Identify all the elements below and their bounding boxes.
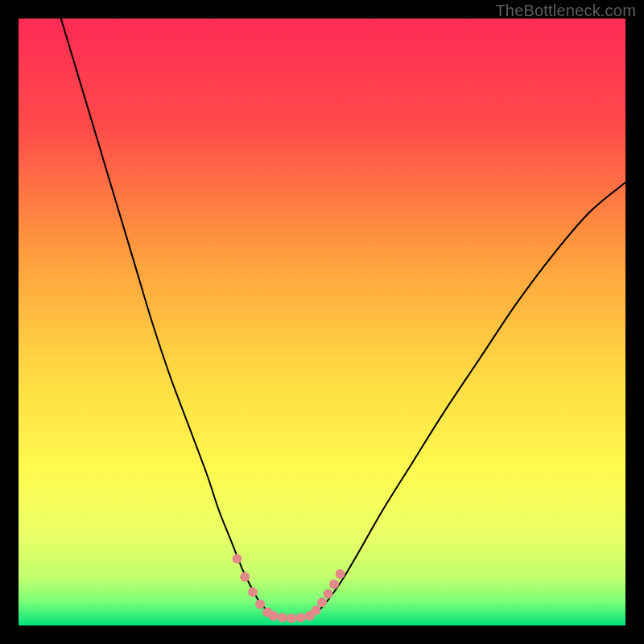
highlight-right-marker [329,580,339,589]
chart-frame: TheBottleneck.com [0,0,644,644]
chart-svg [19,19,625,625]
highlight-right-marker [311,605,320,615]
highlight-right-marker [324,589,333,599]
highlight-left-marker [248,588,258,597]
highlight-right-marker [336,569,345,579]
highlight-floor-marker [287,613,296,623]
highlight-floor-marker [278,613,287,622]
highlight-floor-marker [269,611,279,621]
plot-area [19,19,625,625]
highlight-left-marker [232,554,242,564]
highlight-left-marker [240,572,250,582]
highlight-floor-marker [296,613,306,622]
gradient-background [19,19,625,625]
watermark-text: TheBottleneck.com [495,2,636,20]
highlight-left-marker [255,600,265,609]
highlight-right-marker [317,597,327,607]
